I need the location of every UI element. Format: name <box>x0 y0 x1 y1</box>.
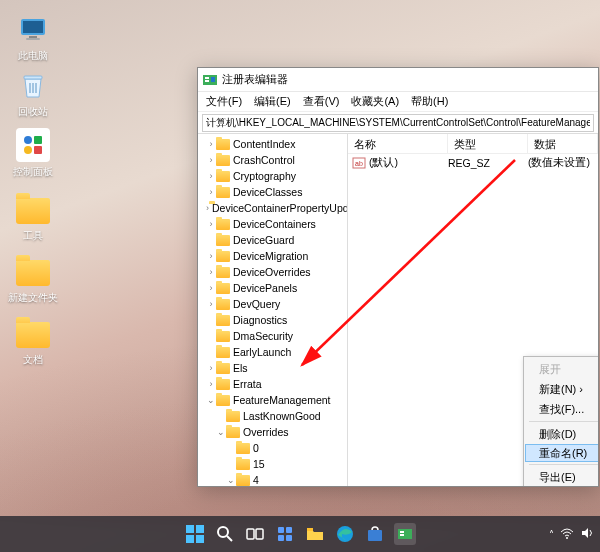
value-row[interactable]: ab(默认) REG_SZ (数值未设置) <box>348 154 598 172</box>
tree-label: DeviceOverrides <box>233 266 311 278</box>
context-menu: 展开新建(N) ›查找(F)...删除(D)重命名(R)导出(E)权限(P)..… <box>523 356 598 486</box>
svg-point-20 <box>218 527 228 537</box>
expand-icon[interactable]: › <box>206 171 216 181</box>
tree-item[interactable]: ⌄Overrides <box>198 424 347 440</box>
tree-item[interactable]: ›DevQuery <box>198 296 347 312</box>
tree-item[interactable]: ›DeviceContainerPropertyUpda <box>198 200 347 216</box>
folder-icon <box>236 475 250 486</box>
task-view-icon[interactable] <box>244 523 266 545</box>
explorer-icon[interactable] <box>304 523 326 545</box>
expand-icon[interactable]: › <box>206 155 216 165</box>
desktop-icon-computer[interactable]: 此电脑 <box>8 12 58 63</box>
svg-rect-10 <box>205 77 209 79</box>
expand-icon[interactable]: › <box>206 267 216 277</box>
context-menu-item[interactable]: 导出(E) <box>525 467 598 486</box>
desktop-icon-control-panel[interactable]: 控制面板 <box>8 128 58 179</box>
tree-label: EarlyLaunch <box>233 346 291 358</box>
tree-item[interactable]: DmaSecurity <box>198 328 347 344</box>
menu-edit[interactable]: 编辑(E) <box>248 92 297 111</box>
svg-rect-12 <box>211 77 215 82</box>
tree-item[interactable]: EarlyLaunch <box>198 344 347 360</box>
menu-help[interactable]: 帮助(H) <box>405 92 454 111</box>
string-value-icon: ab <box>352 156 366 170</box>
tree-item[interactable]: ›Els <box>198 360 347 376</box>
tree-label: FeatureManagement <box>233 394 330 406</box>
menu-view[interactable]: 查看(V) <box>297 92 346 111</box>
expand-icon[interactable]: › <box>206 251 216 261</box>
expand-icon[interactable]: ⌄ <box>226 475 236 485</box>
svg-rect-17 <box>196 525 204 533</box>
volume-icon[interactable] <box>580 526 594 542</box>
expand-icon[interactable]: › <box>206 219 216 229</box>
col-name[interactable]: 名称 <box>348 134 448 153</box>
col-type[interactable]: 类型 <box>448 134 528 153</box>
svg-point-5 <box>24 136 32 144</box>
tree-item[interactable]: ⌄FeatureManagement <box>198 392 347 408</box>
wifi-icon[interactable] <box>560 526 574 542</box>
folder-icon <box>216 283 230 294</box>
expand-icon[interactable]: ⌄ <box>206 395 216 405</box>
expand-icon[interactable]: › <box>206 283 216 293</box>
store-icon[interactable] <box>364 523 386 545</box>
tree-label: DeviceGuard <box>233 234 294 246</box>
expand-icon[interactable]: › <box>206 187 216 197</box>
tree-item[interactable]: ›DevicePanels <box>198 280 347 296</box>
tree-item[interactable]: ›CrashControl <box>198 152 347 168</box>
window-title: 注册表编辑器 <box>222 72 594 87</box>
address-input[interactable] <box>202 114 594 132</box>
value-name: (默认) <box>369 156 398 170</box>
tree-item[interactable]: ›Cryptography <box>198 168 347 184</box>
context-menu-item[interactable]: 删除(D) <box>525 424 598 444</box>
expand-icon[interactable]: › <box>206 299 216 309</box>
tree-item[interactable]: ›DeviceOverrides <box>198 264 347 280</box>
desktop-icon-folder-1[interactable]: 工具 <box>8 192 58 243</box>
tree-label: 0 <box>253 442 259 454</box>
desktop-icon-recycle-bin[interactable]: 回收站 <box>8 68 58 119</box>
titlebar[interactable]: 注册表编辑器 <box>198 68 598 92</box>
svg-rect-11 <box>205 80 209 82</box>
tree-item[interactable]: ›ContentIndex <box>198 136 347 152</box>
widgets-icon[interactable] <box>274 523 296 545</box>
edge-icon[interactable] <box>334 523 356 545</box>
system-tray[interactable]: ˄ <box>549 526 594 542</box>
col-data[interactable]: 数据 <box>528 134 598 153</box>
expand-icon[interactable]: › <box>206 139 216 149</box>
registry-tree[interactable]: ›ContentIndex›CrashControl›Cryptography›… <box>198 134 348 486</box>
menu-favorites[interactable]: 收藏夹(A) <box>345 92 405 111</box>
svg-rect-26 <box>278 535 284 541</box>
desktop: 此电脑 回收站 控制面板 工具 新建文件夹 文档 注册表编辑器 文件(F) 编辑… <box>0 0 600 552</box>
desktop-icon-folder-2[interactable]: 新建文件夹 <box>8 254 58 305</box>
expand-icon[interactable]: › <box>206 363 216 373</box>
svg-rect-25 <box>286 527 292 533</box>
expand-icon[interactable]: ⌄ <box>216 427 226 437</box>
folder-icon <box>216 315 230 326</box>
svg-rect-4 <box>24 76 42 79</box>
expand-icon[interactable]: › <box>206 203 209 213</box>
address-bar <box>198 112 598 134</box>
tree-label: DevicePanels <box>233 282 297 294</box>
search-icon[interactable] <box>214 523 236 545</box>
tree-item[interactable]: DeviceGuard <box>198 232 347 248</box>
tree-item[interactable]: 0 <box>198 440 347 456</box>
context-menu-item[interactable]: 新建(N) › <box>525 379 598 399</box>
tree-item[interactable]: LastKnownGood <box>198 408 347 424</box>
tree-item[interactable]: ›Errata <box>198 376 347 392</box>
tree-label: Diagnostics <box>233 314 287 326</box>
tree-item[interactable]: ›DeviceClasses <box>198 184 347 200</box>
folder-icon <box>216 267 230 278</box>
tree-item[interactable]: ⌄4 <box>198 472 347 486</box>
desktop-icon-folder-3[interactable]: 文档 <box>8 316 58 367</box>
value-type: REG_SZ <box>448 157 528 169</box>
tree-label: DeviceContainers <box>233 218 316 230</box>
context-menu-item[interactable]: 查找(F)... <box>525 399 598 419</box>
start-button[interactable] <box>184 523 206 545</box>
regedit-taskbar-icon[interactable] <box>394 523 416 545</box>
tree-item[interactable]: Diagnostics <box>198 312 347 328</box>
expand-icon[interactable]: › <box>206 379 216 389</box>
tree-item[interactable]: ›DeviceContainers <box>198 216 347 232</box>
chevron-up-icon[interactable]: ˄ <box>549 529 554 540</box>
context-menu-item[interactable]: 重命名(R) <box>525 444 598 462</box>
menu-file[interactable]: 文件(F) <box>200 92 248 111</box>
tree-item[interactable]: 15 <box>198 456 347 472</box>
tree-item[interactable]: ›DeviceMigration <box>198 248 347 264</box>
